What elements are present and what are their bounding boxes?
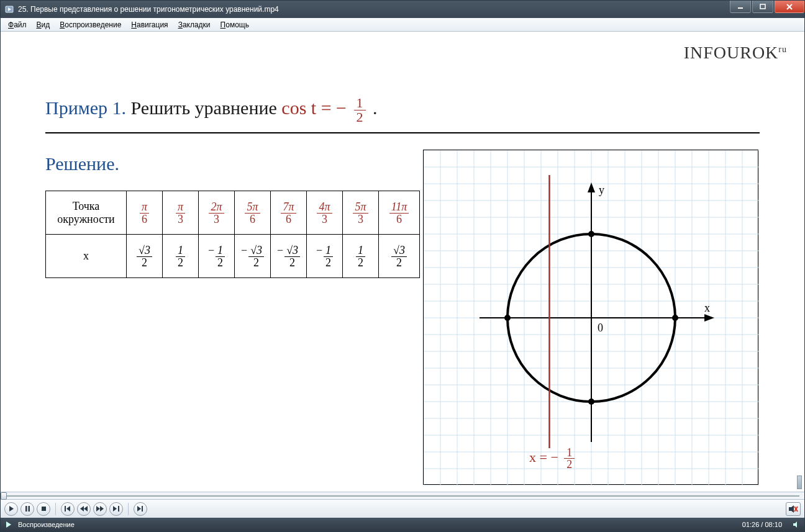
seek-bar[interactable]: [1, 492, 804, 499]
row-label-x: x: [46, 235, 127, 278]
svg-rect-3: [760, 4, 765, 9]
play-button[interactable]: [4, 502, 18, 516]
svg-rect-64: [42, 507, 46, 511]
menu-help[interactable]: Помощь: [216, 19, 254, 30]
svg-text:x: x: [704, 302, 710, 314]
volume-icon[interactable]: [792, 520, 801, 529]
svg-marker-68: [84, 506, 88, 512]
svg-rect-65: [65, 506, 66, 512]
angle-cell: 5π6: [235, 191, 271, 235]
svg-marker-67: [80, 506, 84, 512]
svg-marker-51: [704, 314, 714, 322]
stop-button[interactable]: [37, 502, 50, 516]
window-close-button[interactable]: [775, 1, 804, 13]
svg-marker-70: [100, 506, 104, 512]
svg-marker-69: [96, 506, 100, 512]
separator: [55, 503, 56, 515]
svg-rect-74: [142, 506, 143, 512]
video-content: INFOUROKru Пример 1. Решить уравнение co…: [1, 32, 804, 492]
divider: [45, 132, 760, 133]
svg-marker-79: [793, 521, 797, 528]
table-row-x: x √32 12 −12 −√32 −√32 −12 12 √32: [46, 235, 420, 278]
x-cell: −√32: [235, 235, 271, 278]
angle-cell: π6: [127, 191, 163, 235]
x-cell: √32: [127, 235, 163, 278]
seek-fwd-button[interactable]: [93, 502, 107, 516]
app-icon: [4, 4, 14, 14]
svg-marker-71: [113, 506, 117, 512]
x-cell: −12: [307, 235, 343, 278]
row-label-angles: Точка окружности: [46, 191, 127, 235]
svg-point-53: [672, 315, 678, 321]
skip-back-button[interactable]: [61, 502, 75, 516]
playback-time: 01:26 / 08:10: [742, 521, 782, 528]
x-cell: √32: [379, 235, 420, 278]
window-title: 25. Первые представления о решении триго…: [18, 5, 729, 14]
status-play-icon: [4, 520, 13, 529]
svg-marker-75: [789, 505, 794, 513]
angle-cell: π3: [163, 191, 199, 235]
example-heading: Пример 1. Решить уравнение cos t = − 12 …: [45, 96, 378, 124]
menu-navigation[interactable]: Навигация: [126, 19, 173, 30]
svg-point-54: [504, 315, 511, 321]
step-fwd-button[interactable]: [134, 502, 147, 516]
window-maximize-button[interactable]: [752, 1, 773, 13]
window-titlebar[interactable]: 25. Первые представления о решении триго…: [1, 1, 804, 18]
svg-text:0: 0: [598, 322, 603, 334]
menu-playback[interactable]: Воспроизведение: [55, 19, 126, 30]
x-cell: −√32: [271, 235, 307, 278]
angle-cell: 2π3: [199, 191, 235, 235]
svg-marker-61: [9, 506, 14, 512]
status-text: Воспроизведение: [18, 521, 75, 528]
brand-logo: INFOUROKru: [684, 43, 787, 63]
solution-heading: Решение.: [45, 153, 119, 174]
svg-text:y: y: [599, 184, 604, 196]
table-row-angles: Точка окружности π6 π3 2π3 5π6 7π6 4π3 5…: [46, 191, 420, 235]
menu-view[interactable]: Вид: [32, 19, 55, 30]
angle-cell: 11π6: [379, 191, 420, 235]
menu-file[interactable]: Файл: [3, 19, 32, 30]
separator: [128, 503, 129, 515]
window-minimize-button[interactable]: [730, 1, 751, 13]
svg-rect-62: [25, 506, 27, 512]
skip-fwd-button[interactable]: [109, 502, 123, 516]
x-cell: 12: [343, 235, 379, 278]
x-cell: −12: [199, 235, 235, 278]
svg-point-55: [588, 231, 594, 237]
resize-handle[interactable]: [797, 476, 802, 489]
angle-cell: 4π3: [307, 191, 343, 235]
angle-cell: 7π6: [271, 191, 307, 235]
graph-caption: x = − 12: [529, 447, 577, 470]
menu-bookmarks[interactable]: Закладки: [173, 19, 216, 30]
status-bar: Воспроизведение 01:26 / 08:10: [1, 518, 804, 531]
seek-back-button[interactable]: [77, 502, 91, 516]
pause-button[interactable]: [20, 502, 34, 516]
seek-thumb[interactable]: [1, 492, 7, 500]
angle-cell: 5π3: [343, 191, 379, 235]
svg-point-56: [588, 399, 594, 405]
playback-controls: [1, 499, 804, 518]
svg-rect-63: [28, 506, 30, 512]
svg-marker-78: [6, 521, 11, 528]
svg-marker-66: [66, 506, 70, 512]
x-cell: 12: [163, 235, 199, 278]
mute-button[interactable]: [786, 502, 801, 516]
unit-circle-graph: y x 0 x = − 12: [423, 150, 758, 485]
svg-rect-72: [118, 506, 119, 512]
svg-marker-73: [137, 506, 141, 512]
menu-bar: Файл Вид Воспроизведение Навигация Закла…: [1, 18, 804, 32]
values-table: Точка окружности π6 π3 2π3 5π6 7π6 4π3 5…: [45, 191, 420, 278]
